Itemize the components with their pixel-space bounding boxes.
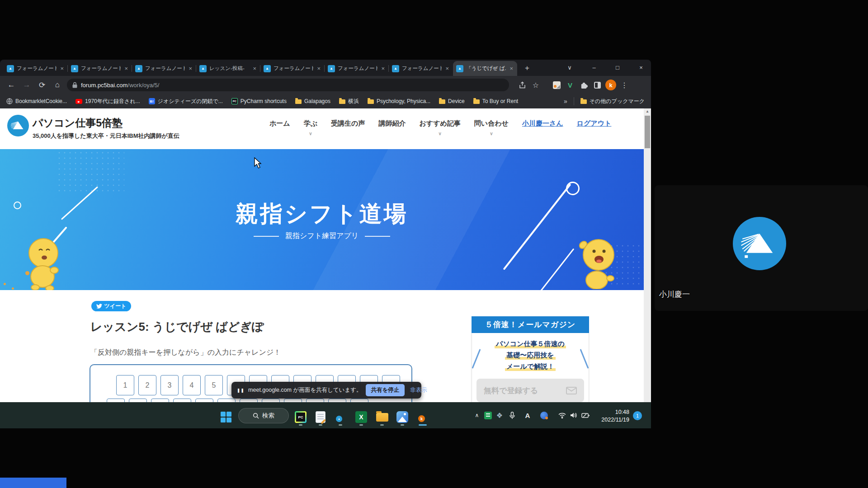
home-icon[interactable]: ⌂ (50, 77, 65, 93)
browser-tab[interactable]: フォーラムノート/ × (325, 61, 389, 76)
image-icon (553, 81, 561, 89)
tab-close-icon[interactable]: × (509, 65, 514, 72)
browser-tab-active[interactable]: 「うじでげぜ ば… × (453, 61, 517, 76)
menu-dots-icon[interactable]: ⋮ (618, 78, 631, 92)
taskbar-app-photos[interactable] (395, 408, 410, 427)
wifi-icon[interactable] (557, 410, 567, 420)
tray-blue-app-icon[interactable] (539, 410, 549, 420)
url-text: forum.pc5bai.com/work/oya/5/ (81, 82, 159, 89)
bookmark-folder[interactable]: 横浜 (339, 98, 359, 105)
bookmark-folder[interactable]: To Buy or Rent (473, 98, 518, 104)
window-minimize-button[interactable]: – (584, 60, 604, 75)
scrollbar-thumb[interactable] (645, 116, 650, 148)
ime-mode-icon[interactable]: A (523, 410, 533, 420)
taskbar-clock[interactable]: 10:48 2022/11/19 (591, 408, 629, 424)
scroll-up-icon[interactable]: ▲ (644, 109, 651, 113)
browser-tab[interactable]: フォーラムノート/ × (389, 61, 453, 76)
side-panel-icon[interactable] (590, 78, 604, 92)
taskbar-app-chrome-active[interactable]: k (415, 408, 430, 427)
tab-close-icon[interactable]: × (444, 65, 450, 72)
share-icon[interactable] (515, 78, 529, 92)
bookmark-folder[interactable]: Psychology, Physica... (368, 98, 430, 104)
microphone-icon[interactable] (507, 410, 517, 420)
nav-item-articles[interactable]: おすすめ記事∨ (419, 119, 460, 136)
web-page: パソコン仕事5倍塾 35,000人を指導した東大卒・元日本IBM社内講師が直伝 … (0, 108, 651, 402)
participant-name: 小川慶一 (659, 289, 690, 300)
nav-item-learn[interactable]: 学ぶ∨ (304, 119, 317, 136)
extension-screenshot-icon[interactable] (550, 78, 563, 92)
nav-item-voices[interactable]: 受講生の声 (331, 119, 365, 128)
key (328, 399, 346, 402)
browser-tab[interactable]: レッスン-投稿- × (196, 61, 260, 76)
participant-video-tile[interactable]: 小川慶一 (655, 185, 868, 311)
window-maximize-button[interactable]: □ (608, 60, 627, 75)
taskbar-app-excel[interactable]: X (354, 408, 369, 427)
tab-close-icon[interactable]: × (380, 65, 386, 72)
register-free-button[interactable]: 無料で登録する (476, 379, 584, 402)
bookmark-folder[interactable]: Device (439, 98, 465, 104)
hide-banner-button[interactable]: 非表示 (410, 386, 427, 394)
reload-icon[interactable]: ⟳ (34, 77, 50, 93)
taskbar-app-chrome[interactable]: ▲ (333, 408, 348, 427)
battery-pen-icon[interactable] (580, 410, 590, 420)
bookmark-folder[interactable]: Galapagos (295, 98, 330, 104)
back-icon[interactable]: ← (4, 77, 19, 93)
site-logo[interactable] (7, 115, 29, 136)
start-button[interactable] (218, 408, 234, 427)
taskbar-app-explorer[interactable] (374, 408, 390, 427)
site-title[interactable]: パソコン仕事5倍塾 (33, 116, 123, 130)
other-bookmarks-button[interactable]: その他のブックマーク (580, 98, 645, 105)
nav-item-contact[interactable]: 問い合わせ∨ (474, 119, 509, 136)
notification-badge[interactable]: 1 (633, 411, 642, 420)
tray-chevron-icon[interactable]: ∧ (472, 410, 482, 420)
browser-tab[interactable]: フォーラムノート/ × (4, 61, 68, 76)
new-tab-button[interactable]: + (521, 62, 533, 75)
tab-close-icon[interactable]: × (59, 65, 65, 72)
tab-close-icon[interactable]: × (123, 65, 129, 72)
forward-icon[interactable]: → (19, 77, 34, 93)
nav-user-link[interactable]: 小川慶一さん (522, 119, 563, 128)
bookmark-item[interactable]: BookmarkletCookie... (6, 98, 67, 104)
browser-tab[interactable]: フォーラムノート/ × (260, 61, 325, 76)
tweet-button[interactable]: ツイート (91, 301, 131, 311)
tab-close-icon[interactable]: × (188, 65, 193, 72)
window-close-button[interactable]: × (631, 60, 651, 75)
taskbar-app-notepad[interactable] (313, 408, 328, 427)
tab-close-icon[interactable]: × (252, 65, 257, 72)
chevron-down-icon: ∨ (309, 131, 312, 136)
bookmarks-bar: BookmarkletCookie... ▶ 1970年代に録音され... B!… (0, 94, 651, 108)
nav-logout-link[interactable]: ログアウト (577, 119, 612, 128)
twitter-bird-icon (96, 304, 102, 309)
clock-date: 2022/11/19 (591, 416, 629, 424)
key (262, 399, 280, 402)
nav-item-instructor[interactable]: 講師紹介 (378, 119, 406, 128)
browser-tab[interactable]: フォーラムノート/ × (132, 61, 196, 76)
taskbar-search[interactable]: 検索 (238, 408, 289, 423)
tab-close-icon[interactable]: × (316, 65, 321, 72)
dropbox-icon[interactable]: ❖ (495, 410, 505, 420)
stop-sharing-button[interactable]: 共有を停止 (366, 384, 405, 396)
volume-icon[interactable] (569, 410, 579, 420)
bookmark-label: BookmarkletCookie... (15, 98, 67, 104)
hero-subtitle-row: 親指シフト練習アプリ (0, 231, 644, 241)
taskbar-app-pycharm[interactable]: PC (293, 408, 308, 427)
tray-green-app-icon[interactable] (483, 410, 493, 420)
extensions-puzzle-icon[interactable] (577, 78, 590, 92)
address-bar[interactable]: forum.pc5bai.com/work/oya/5/ (67, 79, 509, 91)
key (350, 399, 368, 402)
bookmarks-overflow-icon[interactable]: » (564, 98, 567, 105)
bookmark-label: Psychology, Physica... (377, 98, 430, 104)
vue-devtools-icon[interactable]: V (563, 78, 577, 92)
site-favicon-icon (199, 65, 207, 72)
bookmark-item[interactable]: B! ジオシティーズの閉鎖で... (149, 98, 223, 105)
profile-avatar[interactable]: k (604, 78, 618, 92)
windows-taskbar: 検索 PC ▲ X (0, 402, 651, 428)
page-scrollbar[interactable]: ▲ (644, 108, 651, 402)
bookmark-item[interactable]: PC PyCharm shortcuts (231, 98, 287, 104)
browser-tab[interactable]: フォーラムノート/ × (68, 61, 132, 76)
nav-item-home[interactable]: ホーム (269, 119, 290, 128)
site-favicon-icon (264, 65, 271, 72)
bookmark-item[interactable]: ▶ 1970年代に録音され... (75, 98, 140, 105)
tab-search-icon[interactable]: ∨ (560, 60, 580, 75)
bookmark-star-icon[interactable]: ☆ (529, 78, 542, 92)
